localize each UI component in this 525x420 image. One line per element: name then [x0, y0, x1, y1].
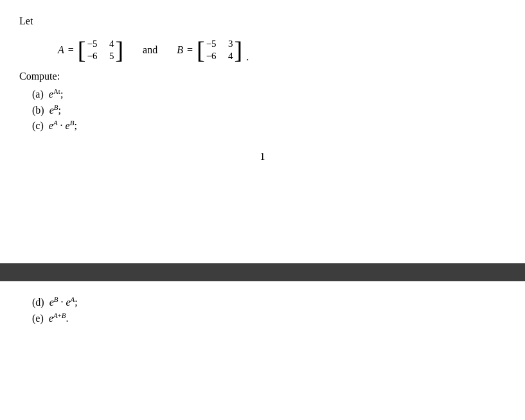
- matrix-b-r1c1: 4: [223, 51, 233, 62]
- parts-list-top: (a) eAt; (b) eB; (c) eA · eB;: [19, 87, 506, 132]
- matrix-a-r0c0: −5: [87, 39, 97, 49]
- let-line: Let: [19, 15, 506, 27]
- part-d: (d) eB · eA;: [32, 295, 506, 308]
- matrix-a-left-bracket: [: [78, 38, 86, 62]
- part-e-label: (e): [32, 313, 44, 324]
- part-e: (e) eA+B.: [32, 311, 506, 324]
- part-c-label: (c): [32, 120, 44, 131]
- matrix-a-r1c0: −6: [87, 51, 97, 62]
- page-number-area: 1: [19, 151, 506, 162]
- matrix-a-equals: =: [68, 44, 74, 56]
- b-period: .: [246, 51, 249, 63]
- let-label: Let: [19, 15, 33, 27]
- page-top: Let A = [ −5 4 −6 5 ] and B =: [0, 0, 525, 175]
- matrix-a-bracket-wrap: [ −5 4 −6 5 ]: [78, 36, 123, 64]
- part-d-label: (d): [32, 297, 44, 308]
- matrix-b-equals: =: [187, 44, 193, 56]
- matrix-a-content: −5 4 −6 5: [87, 36, 114, 64]
- page-bottom: (d) eB · eA; (e) eA+B.: [19, 295, 506, 327]
- matrix-a-expr: A = [ −5 4 −6 5 ]: [58, 36, 123, 64]
- matrix-b-left-bracket: [: [197, 38, 205, 62]
- compute-section: Compute: (a) eAt; (b) eB; (c) eA · eB;: [19, 71, 506, 132]
- matrix-a-r1c1: 5: [103, 51, 114, 62]
- matrix-a-r0c1: 4: [103, 39, 114, 49]
- matrix-b-r0c1: 3: [223, 39, 233, 49]
- parts-list-bottom: (d) eB · eA; (e) eA+B.: [19, 295, 506, 324]
- matrix-a-label: A: [58, 44, 64, 56]
- part-b-expr: eB;: [49, 105, 61, 116]
- matrix-b-expr: B = [ −5 3 −6 4 ] .: [177, 36, 249, 64]
- part-a-expr: eAt;: [49, 89, 64, 100]
- matrix-a-right-bracket: ]: [115, 38, 123, 62]
- and-word: and: [143, 44, 157, 56]
- compute-label: Compute:: [19, 71, 506, 82]
- matrix-b-content: −5 3 −6 4: [206, 36, 233, 64]
- part-d-expr: eB · eA;: [49, 297, 78, 308]
- matrices-row: A = [ −5 4 −6 5 ] and B = [ −5: [58, 36, 506, 64]
- matrix-b-right-bracket: ]: [235, 38, 243, 62]
- matrix-b-r0c0: −5: [206, 39, 217, 49]
- part-b: (b) eB;: [32, 103, 506, 116]
- part-c: (c) eA · eB;: [32, 119, 506, 132]
- divider-bar: [0, 263, 525, 281]
- part-a-label: (a): [32, 89, 44, 100]
- part-e-expr: eA+B.: [49, 313, 69, 324]
- matrix-b-label: B: [177, 44, 183, 56]
- page-number: 1: [260, 151, 265, 162]
- part-a: (a) eAt;: [32, 87, 506, 100]
- part-b-label: (b): [32, 105, 44, 116]
- part-c-expr: eA · eB;: [49, 120, 77, 131]
- matrix-b-r1c0: −6: [206, 51, 217, 62]
- matrix-b-bracket-wrap: [ −5 3 −6 4 ]: [197, 36, 242, 64]
